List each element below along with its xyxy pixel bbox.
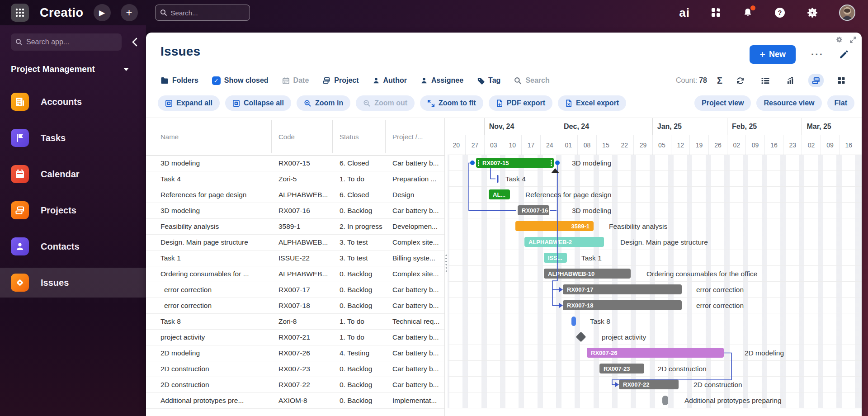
checkbox-checked-icon[interactable]: ✓ — [212, 76, 221, 85]
project-view-button[interactable]: Project view — [694, 95, 751, 111]
gantt-bar-rx007-23[interactable]: RX007-23 — [599, 364, 644, 373]
zoom-to-fit-button[interactable]: Zoom to fit — [420, 95, 483, 111]
gantt-bar-alphabweb-2[interactable]: ALPHABWEB-2 — [524, 237, 604, 247]
gantt-row[interactable]: RX007-262D modeling — [448, 345, 862, 361]
chart-view-icon[interactable] — [783, 74, 798, 87]
issue-row[interactable]: References for page designALPHABWEB...6.… — [146, 187, 444, 203]
filter-assignee[interactable]: Assignee — [420, 76, 463, 85]
sidebar-item-issues[interactable]: Issues — [0, 268, 146, 298]
gantt-row[interactable]: Task 4 — [448, 171, 862, 187]
issue-row[interactable]: 3D modelingRX007-160. BacklogCar battery… — [146, 203, 444, 219]
sidebar-item-contacts[interactable]: Contacts — [0, 232, 146, 261]
column-header-project[interactable]: Project /... — [392, 118, 423, 155]
issue-row[interactable]: project activityRX007-211. To doCar batt… — [146, 330, 444, 345]
fullscreen-icon[interactable] — [850, 37, 856, 43]
gantt-bar-al[interactable]: AL... — [489, 189, 510, 199]
filter-folders[interactable]: Folders — [160, 76, 198, 85]
expand-all-button[interactable]: Expand all — [158, 95, 220, 111]
filter-show-closed[interactable]: ✓Show closed — [212, 76, 269, 85]
pdf-export-button[interactable]: PDF export — [489, 95, 552, 111]
gantt-bar-3589-1[interactable]: 3589-1 — [515, 221, 594, 231]
bar-resize-grip[interactable] — [478, 160, 479, 166]
collapse-sidebar-icon[interactable] — [132, 38, 138, 47]
issue-row[interactable]: Design. Main page structureALPHABWEB...3… — [146, 235, 444, 251]
gantt-bar-rx007-22[interactable]: RX007-22 — [619, 379, 679, 389]
workspace-selector[interactable]: Project Management — [0, 51, 146, 74]
gantt-milestone-pill[interactable] — [662, 396, 668, 405]
issue-row[interactable]: 2D constructionRX007-230. BacklogCar bat… — [146, 361, 444, 377]
zoom-in-button[interactable]: Zoom in — [297, 95, 350, 111]
link-point-icon[interactable] — [470, 161, 475, 165]
gantt-row[interactable]: project activity — [448, 329, 862, 345]
app-search[interactable] — [11, 33, 122, 51]
filter-author[interactable]: Author — [373, 76, 407, 85]
sidebar-item-calendar[interactable]: Calendar — [0, 159, 146, 189]
gantt-row[interactable]: ALPHABWEB-2Design. Main page structure — [448, 234, 862, 250]
splitter-drag-handle-icon[interactable] — [445, 254, 447, 272]
app-launcher-icon[interactable] — [11, 4, 29, 22]
issue-row[interactable]: Ordering consumables for ...ALPHABWEB...… — [146, 266, 444, 282]
gantt-bar-iss[interactable]: ISS... — [544, 253, 567, 263]
column-header-status[interactable]: Status — [340, 118, 359, 155]
gantt-bar-rx007-16[interactable]: RX007-16 — [518, 205, 549, 215]
issue-row[interactable]: Task 8Zori-81. To doTechnical req... — [146, 314, 444, 330]
gantt-bar-rx007-26[interactable]: RX007-26 — [587, 348, 724, 358]
gantt-row[interactable]: RX007-222D construction — [448, 377, 862, 392]
issue-row[interactable]: error correctionRX007-170. BacklogCar ba… — [146, 282, 444, 298]
gantt-bar-rx007-17[interactable]: RX007-17 — [563, 284, 682, 294]
gantt-view-icon[interactable] — [808, 74, 824, 87]
issue-row[interactable]: Feasibility analysis3589-12. In progress… — [146, 219, 444, 235]
marketplace-icon[interactable] — [711, 7, 722, 18]
notifications-icon[interactable] — [742, 7, 753, 18]
page-settings-gear-icon[interactable] — [836, 36, 843, 43]
app-search-input[interactable] — [26, 38, 94, 46]
gantt-row[interactable]: RX007-18error correction — [448, 298, 862, 313]
issue-row[interactable]: 2D constructionRX007-220. BacklogCar bat… — [146, 377, 444, 393]
list-view-icon[interactable] — [758, 74, 773, 87]
gantt-row[interactable]: RX007-153D modeling — [448, 155, 862, 171]
gantt-row[interactable]: Task 8 — [448, 313, 862, 329]
flat-button[interactable]: Flat — [827, 95, 854, 111]
filter-search[interactable]: Search — [514, 76, 549, 85]
column-header-code[interactable]: Code — [278, 118, 295, 155]
gantt-row[interactable]: ALPHABWEB-10Ordering consumables for the… — [448, 266, 862, 282]
collapse-all-button[interactable]: Collapse all — [225, 95, 291, 111]
column-divider[interactable] — [271, 120, 272, 153]
column-header-name[interactable]: Name — [160, 118, 179, 155]
gantt-row[interactable]: RX007-163D modeling — [448, 203, 862, 218]
sidebar-item-tasks[interactable]: Tasks — [0, 123, 146, 153]
gantt-milestone-pill[interactable] — [571, 317, 576, 326]
global-search-input[interactable] — [171, 9, 239, 17]
help-icon[interactable]: ? — [774, 7, 786, 19]
gantt-bar-rx007-18[interactable]: RX007-18 — [563, 300, 682, 310]
column-divider[interactable] — [385, 120, 386, 153]
filter-date[interactable]: Date — [282, 76, 309, 85]
gantt-bar-rx007-15[interactable]: RX007-15 — [476, 158, 554, 168]
edit-pencil-icon[interactable] — [839, 50, 848, 59]
issue-row[interactable]: 3D modelingRX007-156. ClosedCar battery … — [146, 156, 444, 171]
bar-resize-grip[interactable] — [551, 160, 552, 166]
refresh-icon[interactable] — [732, 74, 748, 87]
gantt-row[interactable]: AL...References for page design — [448, 187, 862, 203]
link-point-icon[interactable] — [555, 161, 560, 165]
gantt-row[interactable]: Additional prototypes preparing — [448, 392, 862, 408]
new-button[interactable]: +New — [750, 45, 796, 64]
run-process-button[interactable]: ▶ — [94, 4, 111, 21]
issue-row[interactable]: error correctionRX007-180. BacklogCar ba… — [146, 298, 444, 314]
issue-row[interactable]: Task 1ISSUE-223. To testBilling syste... — [146, 251, 444, 266]
gantt-row[interactable]: RX007-17error correction — [448, 282, 862, 298]
issue-row[interactable]: 2D modelingRX007-264. TestingCar battery… — [146, 345, 444, 361]
zoom-out-button[interactable]: Zoom out — [356, 95, 415, 111]
summaries-sigma-icon[interactable]: Σ — [717, 76, 722, 86]
issue-row[interactable]: Additional prototypes pre...AXIOM-80. Ba… — [146, 393, 444, 409]
gantt-row[interactable]: ISS...Task 1 — [448, 250, 862, 266]
resource-view-button[interactable]: Resource view — [756, 95, 821, 111]
more-actions-icon[interactable]: ··· — [811, 49, 824, 61]
issue-row[interactable]: Task 4Zori-51. To doPreparation ... — [146, 171, 444, 187]
filter-project[interactable]: Project — [322, 76, 359, 85]
sidebar-item-projects[interactable]: Projects — [0, 195, 146, 225]
user-avatar[interactable] — [839, 5, 855, 21]
column-divider[interactable] — [332, 120, 333, 153]
gantt-row[interactable]: 3589-1Feasibility analysis — [448, 218, 862, 234]
tile-view-icon[interactable] — [834, 74, 849, 87]
